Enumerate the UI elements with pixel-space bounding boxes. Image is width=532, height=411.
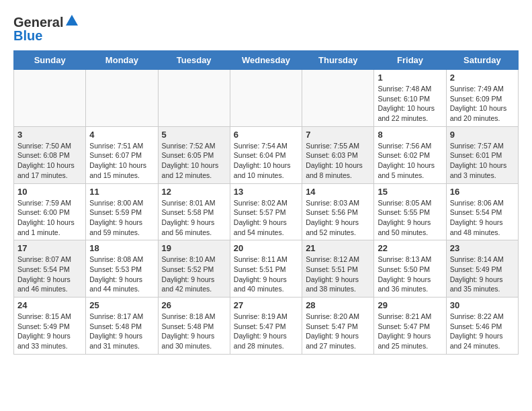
day-number: 2 (450, 73, 515, 83)
logo-icon (64, 13, 79, 28)
day-info: Sunrise: 8:17 AM Sunset: 5:48 PM Dayligh… (89, 312, 154, 351)
calendar-cell: 21Sunrise: 8:12 AM Sunset: 5:51 PM Dayli… (302, 240, 374, 298)
calendar-cell: 13Sunrise: 8:02 AM Sunset: 5:57 PM Dayli… (230, 183, 302, 240)
calendar-cell: 8Sunrise: 7:56 AM Sunset: 6:02 PM Daylig… (374, 126, 446, 183)
calendar-cell: 15Sunrise: 8:05 AM Sunset: 5:55 PM Dayli… (374, 183, 446, 240)
calendar-cell: 2Sunrise: 7:49 AM Sunset: 6:09 PM Daylig… (446, 70, 518, 127)
logo: General Blue (13, 13, 79, 44)
day-number: 29 (378, 300, 442, 310)
day-info: Sunrise: 8:12 AM Sunset: 5:51 PM Dayligh… (306, 255, 370, 294)
calendar-cell: 25Sunrise: 8:17 AM Sunset: 5:48 PM Dayli… (86, 298, 158, 355)
day-number: 20 (234, 243, 298, 253)
day-info: Sunrise: 8:13 AM Sunset: 5:50 PM Dayligh… (378, 255, 442, 294)
calendar-cell: 5Sunrise: 7:52 AM Sunset: 6:05 PM Daylig… (158, 126, 230, 183)
day-number: 22 (378, 243, 442, 253)
day-number: 10 (17, 187, 82, 197)
calendar-cell: 3Sunrise: 7:50 AM Sunset: 6:08 PM Daylig… (14, 126, 86, 183)
day-number: 18 (89, 243, 154, 253)
calendar-week-3: 10Sunrise: 7:59 AM Sunset: 6:00 PM Dayli… (14, 183, 519, 240)
calendar-cell: 4Sunrise: 7:51 AM Sunset: 6:07 PM Daylig… (86, 126, 158, 183)
day-info: Sunrise: 8:21 AM Sunset: 5:47 PM Dayligh… (378, 312, 442, 351)
day-number: 19 (162, 243, 226, 253)
day-info: Sunrise: 8:02 AM Sunset: 5:57 PM Dayligh… (234, 198, 298, 238)
day-info: Sunrise: 8:03 AM Sunset: 5:56 PM Dayligh… (306, 198, 370, 238)
calendar-cell (302, 70, 374, 127)
calendar-cell: 1Sunrise: 7:48 AM Sunset: 6:10 PM Daylig… (374, 70, 446, 127)
day-number: 27 (234, 300, 298, 310)
day-header-wednesday: Wednesday (230, 51, 302, 70)
day-number: 21 (306, 243, 370, 253)
calendar-week-4: 17Sunrise: 8:07 AM Sunset: 5:54 PM Dayli… (14, 240, 519, 298)
calendar-cell: 19Sunrise: 8:10 AM Sunset: 5:52 PM Dayli… (158, 240, 230, 298)
day-info: Sunrise: 7:54 AM Sunset: 6:04 PM Dayligh… (234, 141, 298, 181)
day-info: Sunrise: 8:14 AM Sunset: 5:49 PM Dayligh… (450, 255, 515, 294)
calendar-cell: 17Sunrise: 8:07 AM Sunset: 5:54 PM Dayli… (14, 240, 86, 298)
day-number: 30 (450, 300, 515, 310)
day-info: Sunrise: 7:51 AM Sunset: 6:07 PM Dayligh… (89, 141, 154, 181)
day-number: 17 (17, 243, 82, 253)
day-number: 9 (450, 130, 515, 140)
calendar-cell (14, 70, 86, 127)
calendar-cell: 23Sunrise: 8:14 AM Sunset: 5:49 PM Dayli… (446, 240, 518, 298)
day-info: Sunrise: 7:48 AM Sunset: 6:10 PM Dayligh… (378, 84, 442, 124)
day-header-friday: Friday (374, 51, 446, 70)
calendar-cell: 22Sunrise: 8:13 AM Sunset: 5:50 PM Dayli… (374, 240, 446, 298)
day-info: Sunrise: 8:06 AM Sunset: 5:54 PM Dayligh… (450, 198, 515, 238)
day-info: Sunrise: 8:18 AM Sunset: 5:48 PM Dayligh… (162, 312, 226, 351)
day-number: 15 (378, 187, 442, 197)
calendar-cell: 29Sunrise: 8:21 AM Sunset: 5:47 PM Dayli… (374, 298, 446, 355)
calendar-week-1: 1Sunrise: 7:48 AM Sunset: 6:10 PM Daylig… (14, 70, 519, 127)
day-number: 3 (17, 130, 82, 140)
day-header-tuesday: Tuesday (158, 51, 230, 70)
calendar-cell: 16Sunrise: 8:06 AM Sunset: 5:54 PM Dayli… (446, 183, 518, 240)
calendar-cell: 7Sunrise: 7:55 AM Sunset: 6:03 PM Daylig… (302, 126, 374, 183)
calendar-cell: 10Sunrise: 7:59 AM Sunset: 6:00 PM Dayli… (14, 183, 86, 240)
calendar-cell: 28Sunrise: 8:20 AM Sunset: 5:47 PM Dayli… (302, 298, 374, 355)
day-info: Sunrise: 8:05 AM Sunset: 5:55 PM Dayligh… (378, 198, 442, 238)
day-info: Sunrise: 7:55 AM Sunset: 6:03 PM Dayligh… (306, 141, 370, 181)
day-info: Sunrise: 7:57 AM Sunset: 6:01 PM Dayligh… (450, 141, 515, 181)
day-info: Sunrise: 7:49 AM Sunset: 6:09 PM Dayligh… (450, 84, 515, 124)
day-number: 24 (17, 300, 82, 310)
day-info: Sunrise: 7:52 AM Sunset: 6:05 PM Dayligh… (162, 141, 226, 181)
day-number: 28 (306, 300, 370, 310)
page-header: General Blue (13, 13, 519, 44)
day-info: Sunrise: 8:19 AM Sunset: 5:47 PM Dayligh… (234, 312, 298, 351)
day-number: 14 (306, 187, 370, 197)
calendar-cell: 11Sunrise: 8:00 AM Sunset: 5:59 PM Dayli… (86, 183, 158, 240)
day-header-monday: Monday (86, 51, 158, 70)
day-info: Sunrise: 8:08 AM Sunset: 5:53 PM Dayligh… (89, 255, 154, 294)
day-info: Sunrise: 8:10 AM Sunset: 5:52 PM Dayligh… (162, 255, 226, 294)
day-info: Sunrise: 8:07 AM Sunset: 5:54 PM Dayligh… (17, 255, 82, 294)
day-number: 11 (89, 187, 154, 197)
svg-marker-0 (66, 15, 78, 26)
day-number: 5 (162, 130, 226, 140)
day-number: 7 (306, 130, 370, 140)
day-number: 13 (234, 187, 298, 197)
calendar-week-2: 3Sunrise: 7:50 AM Sunset: 6:08 PM Daylig… (14, 126, 519, 183)
day-info: Sunrise: 7:50 AM Sunset: 6:08 PM Dayligh… (17, 141, 82, 181)
day-info: Sunrise: 8:20 AM Sunset: 5:47 PM Dayligh… (306, 312, 370, 351)
day-info: Sunrise: 8:00 AM Sunset: 5:59 PM Dayligh… (89, 198, 154, 238)
calendar-header-row: SundayMondayTuesdayWednesdayThursdayFrid… (14, 51, 519, 70)
calendar-cell: 12Sunrise: 8:01 AM Sunset: 5:58 PM Dayli… (158, 183, 230, 240)
day-number: 1 (378, 73, 442, 83)
day-number: 4 (89, 130, 154, 140)
day-info: Sunrise: 7:59 AM Sunset: 6:00 PM Dayligh… (17, 198, 82, 238)
calendar-cell (230, 70, 302, 127)
calendar-cell: 20Sunrise: 8:11 AM Sunset: 5:51 PM Dayli… (230, 240, 302, 298)
calendar-cell: 24Sunrise: 8:15 AM Sunset: 5:49 PM Dayli… (14, 298, 86, 355)
day-number: 16 (450, 187, 515, 197)
calendar-cell (86, 70, 158, 127)
day-number: 23 (450, 243, 515, 253)
day-info: Sunrise: 8:01 AM Sunset: 5:58 PM Dayligh… (162, 198, 226, 238)
day-info: Sunrise: 7:56 AM Sunset: 6:02 PM Dayligh… (378, 141, 442, 181)
calendar-cell: 14Sunrise: 8:03 AM Sunset: 5:56 PM Dayli… (302, 183, 374, 240)
calendar-week-5: 24Sunrise: 8:15 AM Sunset: 5:49 PM Dayli… (14, 298, 519, 355)
day-number: 25 (89, 300, 154, 310)
calendar-cell: 9Sunrise: 7:57 AM Sunset: 6:01 PM Daylig… (446, 126, 518, 183)
calendar-cell: 18Sunrise: 8:08 AM Sunset: 5:53 PM Dayli… (86, 240, 158, 298)
day-number: 26 (162, 300, 226, 310)
day-header-sunday: Sunday (14, 51, 86, 70)
calendar-cell: 26Sunrise: 8:18 AM Sunset: 5:48 PM Dayli… (158, 298, 230, 355)
